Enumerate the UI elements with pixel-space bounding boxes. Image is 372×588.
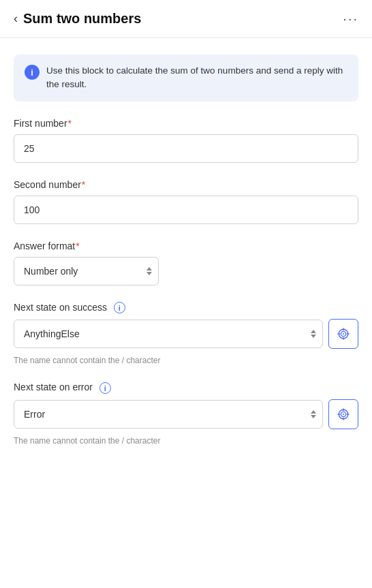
next-state-error-hint: The name cannot contain the / character: [14, 436, 358, 446]
first-number-field: First number*: [14, 118, 358, 163]
second-number-label: Second number*: [14, 179, 358, 190]
main-content: i Use this block to calculate the sum of…: [0, 38, 372, 462]
next-state-error-target-button[interactable]: [328, 399, 358, 429]
answer-format-label: Answer format*: [14, 241, 358, 251]
first-number-input[interactable]: [14, 134, 358, 163]
header: ‹ Sum two numbers ···: [0, 0, 372, 38]
answer-format-field: Answer format* Number only Formatted num…: [14, 241, 358, 285]
required-star-3: *: [76, 241, 79, 251]
next-state-success-select-wrapper: AnythingElse Start Error: [14, 320, 323, 348]
next-state-error-label: Next state on error i: [14, 382, 358, 394]
next-state-success-label: Next state on success i: [14, 302, 358, 314]
info-box: i Use this block to calculate the sum of…: [14, 55, 358, 102]
next-state-error-select-wrapper: Error Start AnythingElse: [14, 400, 323, 429]
answer-format-select[interactable]: Number only Formatted number Currency: [14, 257, 159, 285]
first-number-label: First number*: [14, 118, 358, 129]
error-target-icon: [337, 408, 350, 420]
svg-point-2: [343, 333, 344, 335]
next-state-success-target-button[interactable]: [328, 319, 358, 349]
second-number-input[interactable]: [14, 196, 358, 224]
error-info-icon[interactable]: i: [99, 382, 111, 394]
success-info-icon[interactable]: i: [114, 302, 125, 313]
info-text: Use this block to calculate the sum of t…: [46, 64, 347, 92]
back-button[interactable]: ‹: [14, 12, 18, 26]
next-state-success-row: AnythingElse Start Error: [14, 319, 358, 349]
more-menu-button[interactable]: ···: [343, 11, 358, 27]
required-star: *: [68, 118, 72, 129]
next-state-error-select[interactable]: Error Start AnythingElse: [14, 400, 323, 429]
next-state-success-field: Next state on success i AnythingElse Sta…: [14, 302, 358, 366]
target-icon: [337, 328, 350, 340]
page-title: Sum two numbers: [23, 11, 141, 27]
next-state-error-field: Next state on error i Error Start Anythi…: [14, 382, 358, 446]
svg-point-9: [343, 414, 344, 415]
next-state-success-select[interactable]: AnythingElse Start Error: [14, 320, 323, 348]
answer-format-select-wrapper: Number only Formatted number Currency: [14, 257, 159, 285]
next-state-success-hint: The name cannot contain the / character: [14, 356, 358, 365]
info-icon: i: [25, 65, 40, 80]
required-star-2: *: [82, 179, 85, 190]
next-state-error-row: Error Start AnythingElse: [14, 399, 358, 429]
second-number-field: Second number*: [14, 179, 358, 224]
